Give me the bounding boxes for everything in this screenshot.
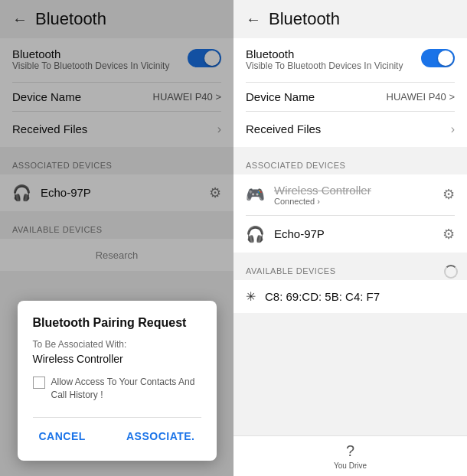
right-bluetooth-labels: Bluetooth Visible To Bluetooth Devices I… [246, 47, 421, 73]
right-bluetooth-row: Bluetooth Visible To Bluetooth Devices I… [234, 38, 467, 82]
right-echo-gear-icon[interactable]: ⚙ [443, 226, 455, 243]
left-dialog-device: Wireless Controller [33, 353, 201, 365]
right-received-files-chevron: › [451, 122, 455, 136]
right-bottom-bar: ? You Drive [234, 435, 467, 476]
right-device-unknown[interactable]: ✳ C8: 69:CD: 5B: C4: F7 [234, 280, 467, 313]
right-available-section: ✳ C8: 69:CD: 5B: C4: F7 [234, 280, 467, 313]
right-panel-title: Bluetooth [269, 9, 340, 29]
right-controller-name: Wireless Controller [274, 184, 433, 197]
right-bluetooth-icon: ✳ [246, 289, 256, 304]
right-bluetooth-section: Bluetooth Visible To Bluetooth Devices I… [234, 38, 467, 147]
right-controller-icon: 🎮 [246, 185, 265, 204]
right-unknown-device-name: C8: 69:CD: 5B: C4: F7 [265, 290, 455, 303]
right-echo-name: Echo-97P [274, 227, 433, 240]
right-device-echo[interactable]: 🎧 Echo-97P ⚙ [234, 216, 467, 253]
right-bottom-icon[interactable]: ? [346, 442, 354, 460]
right-device-name-row[interactable]: Device Name HUAWEI P40 > [234, 83, 467, 111]
right-device-name-value: HUAWEI P40 > [387, 91, 455, 103]
left-dialog-title: Bluetooth Pairing Request [33, 316, 201, 330]
right-controller-gear-icon[interactable]: ⚙ [443, 186, 455, 203]
left-dialog-overlay: Bluetooth Pairing Request To Be Associat… [0, 0, 234, 476]
right-device-controller[interactable]: 🎮 Wireless Controller Connected › ⚙ [234, 174, 467, 215]
right-bluetooth-sublabel: Visible To Bluetooth Devices In Vicinity [246, 60, 421, 73]
left-checkbox[interactable] [33, 377, 45, 389]
left-panel: ← Bluetooth Bluetooth Visible To Bluetoo… [0, 0, 234, 476]
left-associate-button[interactable]: ASSOCIATE. [120, 427, 201, 445]
right-received-files-label: Received Files [246, 122, 321, 135]
right-panel: ← Bluetooth Bluetooth Visible To Bluetoo… [234, 0, 467, 476]
right-available-header-row: AVAILABLE DEVICES [234, 259, 467, 280]
right-headphone-icon: 🎧 [246, 225, 265, 243]
left-dialog-buttons: CANCEL ASSOCIATE. [33, 417, 201, 445]
right-bluetooth-toggle[interactable] [421, 49, 455, 67]
right-header: ← Bluetooth [234, 0, 467, 38]
left-dialog-subtitle: To Be Associated With: [33, 339, 201, 350]
left-pairing-dialog: Bluetooth Pairing Request To Be Associat… [18, 301, 217, 461]
right-controller-sub: Connected › [274, 197, 433, 206]
right-bottom-label: You Drive [334, 461, 367, 470]
left-checkbox-label: Allow Access To Your Contacts And Call H… [51, 376, 201, 402]
right-spinner [444, 265, 458, 279]
right-bluetooth-label: Bluetooth [246, 47, 421, 60]
right-received-files-row[interactable]: Received Files › [234, 112, 467, 147]
right-controller-info: Wireless Controller Connected › [274, 184, 433, 206]
right-associated-section: 🎮 Wireless Controller Connected › ⚙ 🎧 Ec… [234, 174, 467, 253]
left-cancel-button[interactable]: CANCEL [33, 427, 92, 445]
right-back-button[interactable]: ← [246, 11, 261, 28]
right-available-header: AVAILABLE DEVICES [234, 259, 444, 280]
right-device-name-label: Device Name [246, 90, 315, 103]
right-associated-header: ASSOCIATED DEVICES [234, 153, 467, 174]
left-checkbox-row[interactable]: Allow Access To Your Contacts And Call H… [33, 376, 201, 402]
